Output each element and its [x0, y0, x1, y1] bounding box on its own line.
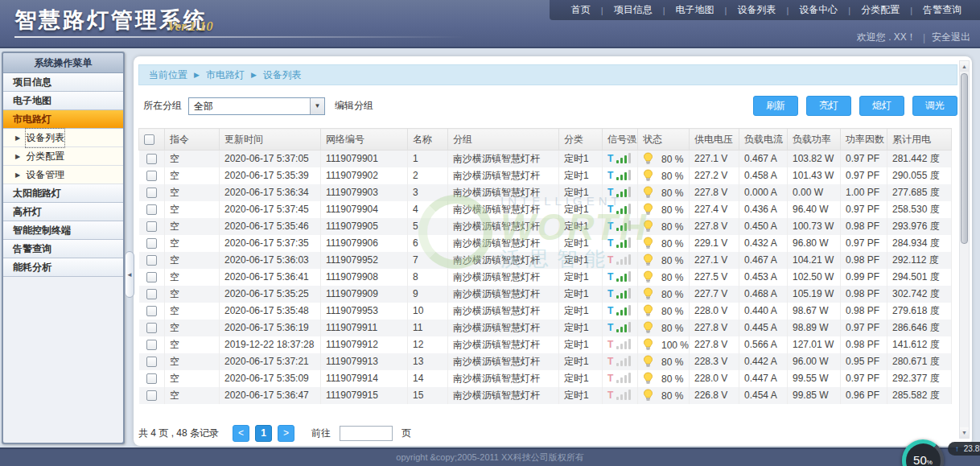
signal-bar	[628, 356, 631, 366]
signal-bar	[616, 295, 619, 299]
signal-bar	[624, 291, 627, 299]
row-select-cell	[139, 235, 165, 252]
submenu-arrow-icon: ▶	[15, 147, 20, 166]
top-nav-item[interactable]: 设备中心	[789, 3, 848, 17]
breadcrumb-item-street-lamp[interactable]: 市电路灯	[206, 68, 245, 82]
row-checkbox[interactable]	[146, 188, 157, 198]
sidebar-item[interactable]: 能耗分析	[3, 258, 123, 277]
cell-current: 0.453 A	[739, 269, 788, 286]
row-checkbox[interactable]	[146, 357, 157, 367]
dropdown-arrow-icon[interactable]: ▼	[310, 98, 324, 114]
select-all-checkbox[interactable]	[144, 134, 154, 145]
row-checkbox[interactable]	[146, 306, 157, 316]
sidebar-item[interactable]: 项目信息	[3, 73, 123, 92]
scrollbar-thumb[interactable]	[961, 73, 968, 244]
top-nav-item[interactable]: 电子地图	[665, 3, 725, 17]
sidebar-item[interactable]: 市电路灯	[3, 110, 123, 129]
brightness-value: 80 %	[661, 272, 683, 283]
signal-antenna: T	[607, 239, 613, 248]
cell-group: 南沙横沥镇智慧灯杆	[448, 218, 559, 235]
cell-energy: 284.934 度	[887, 235, 952, 252]
lightbulb-icon	[643, 237, 653, 249]
row-checkbox[interactable]	[146, 390, 157, 401]
table-row: 空2020-06-17 5:35:4611190799055南沙横沥镇智慧灯杆定…	[139, 218, 952, 235]
cell-net_id: 1119079905	[321, 218, 408, 235]
cell-pf: 0.97 PF	[841, 235, 887, 252]
cell-time: 2020-06-17 5:36:19	[220, 320, 321, 336]
cell-name: 12	[408, 336, 448, 353]
sidebar-subitem[interactable]: ▶设备管理	[3, 166, 123, 184]
top-nav-item[interactable]: 告警查询	[912, 3, 972, 17]
signal-bar	[624, 341, 627, 349]
row-checkbox[interactable]	[146, 323, 157, 333]
cell-energy: 281.442 度	[887, 151, 952, 167]
top-nav-item[interactable]: 分类配置	[850, 3, 910, 17]
cell-cmd: 空	[165, 387, 220, 404]
row-checkbox[interactable]	[146, 238, 157, 249]
row-checkbox[interactable]	[146, 373, 157, 384]
row-checkbox[interactable]	[146, 171, 157, 181]
table-row: 空2020-06-17 5:36:19111907991111南沙横沥镇智慧灯杆…	[139, 320, 952, 336]
sidebar-item[interactable]: 智能控制终端	[3, 221, 123, 240]
top-nav-item[interactable]: 项目信息	[603, 3, 663, 17]
signal-bar	[628, 373, 631, 383]
row-checkbox[interactable]	[146, 340, 157, 350]
cell-net_id: 1119079902	[321, 167, 408, 184]
cell-pf: 0.99 PF	[841, 269, 887, 286]
signal-bar	[616, 329, 619, 332]
sidebar-item[interactable]: 电子地图	[3, 92, 123, 110]
cell-signal: T	[603, 235, 638, 252]
toolbar-button[interactable]: 熄灯	[859, 96, 904, 116]
next-page-button[interactable]: >	[278, 425, 294, 442]
logout-link[interactable]: 安全退出	[932, 31, 970, 44]
signal-bar	[616, 228, 619, 231]
scroll-up-arrow-icon[interactable]: ▲	[960, 61, 969, 72]
goto-page-input[interactable]	[340, 426, 393, 441]
sidebar-subitem[interactable]: ▶设备列表	[3, 129, 123, 147]
signal-strength-icon: T	[607, 237, 631, 248]
signal-bar	[628, 221, 631, 231]
toolbar-button[interactable]: 刷新	[753, 96, 798, 116]
group-select[interactable]: 全部 ▼	[188, 97, 325, 115]
toolbar-button[interactable]: 亮灯	[806, 96, 851, 116]
row-checkbox[interactable]	[146, 154, 157, 164]
row-checkbox[interactable]	[146, 204, 157, 215]
cell-power: 98.67 W	[788, 303, 841, 320]
toolbar-button[interactable]: 调光	[912, 96, 957, 116]
cell-name: 2	[408, 167, 448, 184]
signal-bar	[628, 339, 631, 349]
app-footer: opyright &copy;2005-2011 XX科技公司版权所有	[0, 447, 980, 466]
cell-net_id: 1119079915	[321, 387, 408, 404]
row-checkbox[interactable]	[146, 272, 157, 282]
cell-voltage: 227.1 V	[690, 151, 739, 167]
row-checkbox[interactable]	[146, 221, 157, 232]
cell-category: 定时1	[559, 201, 603, 218]
breadcrumb-item-device-list[interactable]: 设备列表	[263, 68, 302, 82]
edit-group-link[interactable]: 编辑分组	[335, 99, 373, 113]
row-checkbox[interactable]	[146, 289, 157, 299]
top-nav-item[interactable]: 设备列表	[727, 3, 786, 17]
brightness-value: 80 %	[661, 238, 683, 249]
signal-antenna: T	[607, 340, 613, 349]
cell-current: 0.440 A	[739, 303, 788, 320]
current-page-button[interactable]: 1	[255, 425, 272, 442]
sidebar-collapse-handle[interactable]: ◄	[125, 251, 134, 298]
signal-antenna: T	[607, 290, 613, 299]
prev-page-button[interactable]: <	[233, 425, 249, 442]
sidebar-subitem[interactable]: ▶分类配置	[3, 147, 123, 166]
top-nav-item[interactable]: 首页	[561, 3, 601, 17]
sidebar-item[interactable]: 高杆灯	[3, 203, 123, 221]
sidebar-subitem-label: 设备管理	[26, 166, 64, 184]
signal-antenna: T	[607, 357, 613, 366]
signal-bar	[620, 259, 623, 265]
cell-pf: 1.00 PF	[841, 184, 887, 201]
table-row: 空2020-06-17 5:37:21111907991313南沙横沥镇智慧灯杆…	[139, 353, 952, 370]
signal-bar	[624, 274, 627, 282]
net-speed-widget[interactable]: 50 % ↑ 23.8K/s	[902, 439, 980, 466]
signal-strength-icon: T	[607, 322, 631, 332]
vertical-scrollbar[interactable]: ▲ ▼	[959, 60, 970, 439]
sidebar-item[interactable]: 太阳能路灯	[3, 184, 123, 203]
scroll-down-arrow-icon[interactable]: ▼	[960, 427, 969, 438]
row-checkbox[interactable]	[146, 255, 157, 266]
sidebar-item[interactable]: 告警查询	[3, 240, 123, 258]
